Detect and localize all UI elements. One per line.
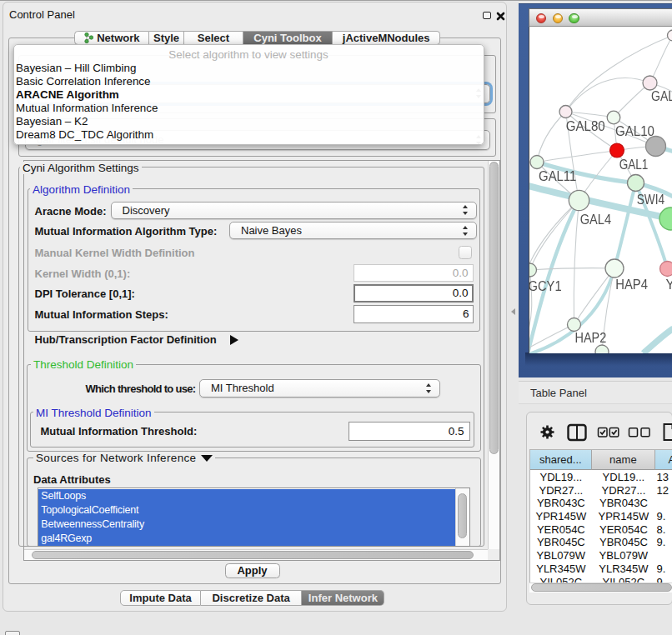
split-divider-arrow-icon[interactable]: [511, 308, 515, 315]
popup-item[interactable]: Bayesian – Hill Climbing: [14, 62, 484, 75]
attribute-item[interactable]: SelfLoops: [38, 489, 457, 503]
network-node-label: Y: [665, 278, 672, 292]
table-column-header[interactable]: name: [592, 450, 654, 470]
kernel-width-field[interactable]: 0.0: [354, 264, 474, 282]
bottom-corner-icon[interactable]: [5, 631, 20, 635]
network-graph: GALGAL80GAL10GAL1GAL11SWI4GAL4GCY1HAP4YH…: [529, 27, 672, 353]
tab-infer-network[interactable]: Infer Network: [302, 590, 384, 606]
mi-steps-field[interactable]: 6: [354, 305, 474, 323]
tab-impute-data[interactable]: Impute Data: [120, 590, 201, 606]
close-icon-strokes: [498, 13, 504, 19]
tab-discretize-data[interactable]: Discretize Data: [201, 590, 303, 606]
network-edge[interactable]: [614, 83, 650, 118]
hub-definition-row: Hub/Transcription Factor Definition: [35, 333, 238, 346]
table-row[interactable]: YDR27...YDR27...12: [530, 483, 672, 497]
table-hscrollbar-thumb[interactable]: [531, 583, 672, 592]
network-edge[interactable]: [537, 112, 566, 162]
combo-arrows-icon: [463, 226, 469, 236]
node-swi4[interactable]: [627, 175, 644, 192]
tab-style[interactable]: Style: [149, 31, 183, 45]
zoom-traffic-light[interactable]: [569, 13, 579, 24]
sources-group-title-text: Sources for Network Inference: [36, 452, 196, 464]
data-attributes-label: Data Attributes: [33, 473, 111, 486]
table-cell: YBL079W: [592, 549, 654, 562]
node-gcy1[interactable]: [529, 263, 537, 277]
network-canvas[interactable]: GALGAL80GAL10GAL1GAL11SWI4GAL4GCY1HAP4YH…: [529, 27, 672, 353]
node-top[interactable]: [667, 30, 672, 41]
deselect-all-icon[interactable]: [629, 428, 649, 437]
table-row[interactable]: YLR345WYLR345W9.: [530, 562, 672, 576]
mi-type-value: Naive Bayes: [230, 224, 302, 237]
cyni-algorithm-settings-title: Cyni Algorithm Settings: [20, 162, 142, 174]
data-attributes-list[interactable]: SelfLoopsTopologicalCoefficientBetweenne…: [38, 488, 470, 547]
tab-cyni-toolbox[interactable]: Cyni Toolbox: [243, 31, 333, 45]
popup-item[interactable]: Mutual Information Inference: [14, 102, 484, 115]
table-row[interactable]: YPR145WYPR145W9.: [530, 510, 672, 523]
attribute-item[interactable]: BetweennessCentrality: [38, 518, 457, 532]
float-panel-icon[interactable]: [483, 12, 491, 19]
attribute-item[interactable]: gal4RGexp: [38, 532, 457, 546]
network-edge[interactable]: [574, 201, 579, 325]
table-column-header[interactable]: A: [655, 450, 672, 470]
table-row[interactable]: YDL19...YDL19...13: [530, 471, 672, 484]
node-biggreen[interactable]: [659, 208, 672, 230]
table-toolbar: [526, 420, 672, 445]
table-row[interactable]: YBR043CYBR043C: [530, 497, 672, 510]
sources-collapse-arrow-icon[interactable]: [201, 455, 213, 462]
gear-icon[interactable]: [540, 426, 554, 439]
settings-hscrollbar-thumb[interactable]: [32, 551, 474, 560]
popup-item[interactable]: Basic Correlation Inference: [14, 75, 484, 88]
manual-kernel-checkbox[interactable]: [459, 246, 472, 259]
node-gal80[interactable]: [559, 106, 572, 118]
node-gray[interactable]: [645, 137, 665, 157]
tab-network-label: Network: [97, 32, 139, 44]
attributes-scrollbar-track[interactable]: [455, 488, 469, 546]
node-hap4[interactable]: [605, 259, 624, 278]
network-icon-node: [89, 36, 93, 39]
network-edge[interactable]: [537, 151, 617, 162]
network-window-titlebar[interactable]: [529, 8, 672, 27]
tab-network[interactable]: Network: [74, 31, 149, 45]
dpi-tolerance-field[interactable]: 0.0: [354, 284, 474, 302]
mi-type-combo[interactable]: Naive Bayes: [229, 222, 477, 239]
close-icon[interactable]: [496, 12, 505, 21]
window-top-border: [0, 0, 672, 1]
network-edge[interactable]: [649, 36, 672, 83]
mi-threshold-field[interactable]: 0.5: [349, 422, 470, 442]
new-document-icon[interactable]: [664, 424, 672, 440]
node-hap2[interactable]: [567, 318, 580, 332]
tab-jactivemnodules[interactable]: jActiveMNodules: [333, 31, 441, 45]
node-gal4[interactable]: [569, 190, 589, 210]
table-row[interactable]: YER054CYER054C8.: [530, 522, 672, 536]
network-edge[interactable]: [643, 328, 672, 353]
select-all-icon[interactable]: [598, 428, 618, 438]
popup-item[interactable]: ARACNE Algorithm: [14, 88, 484, 102]
table-column-header[interactable]: shared...: [530, 450, 593, 470]
node-gal1[interactable]: [609, 143, 624, 158]
node-gal[interactable]: [643, 76, 657, 90]
table-row[interactable]: YBR045CYBR045C9.: [530, 536, 672, 549]
minimize-traffic-light[interactable]: [553, 13, 564, 24]
toolbar-icon-shape: [600, 430, 605, 434]
table-cell: YDR27...: [530, 483, 593, 497]
attribute-item[interactable]: TopologicalCoefficient: [38, 503, 457, 518]
node-table[interactable]: shared...nameA YDL19...YDL19...13YDR27..…: [529, 449, 672, 592]
settings-vscrollbar-thumb[interactable]: [489, 162, 499, 454]
node-gal10[interactable]: [607, 111, 620, 124]
tab-select[interactable]: Select: [184, 31, 244, 45]
network-node-label: GAL10: [615, 124, 654, 138]
aracne-mode-combo[interactable]: Discovery: [111, 202, 478, 219]
node-bottom[interactable]: [595, 345, 609, 353]
popup-item[interactable]: Dream8 DC_TDC Algorithm: [14, 128, 484, 142]
network-edge[interactable]: [574, 268, 614, 325]
which-threshold-combo[interactable]: MI Threshold: [199, 379, 440, 398]
node-gal11[interactable]: [530, 156, 544, 169]
split-view-icon[interactable]: [568, 425, 585, 440]
apply-button[interactable]: Apply: [225, 563, 280, 579]
table-row[interactable]: YBL079WYBL079W: [530, 549, 672, 562]
attributes-scrollbar-thumb[interactable]: [458, 493, 467, 538]
hub-expand-arrow-icon[interactable]: [230, 335, 238, 345]
network-edge[interactable]: [529, 268, 614, 270]
node-salmon[interactable]: [659, 262, 672, 277]
popup-item[interactable]: Bayesian – K2: [14, 115, 484, 128]
